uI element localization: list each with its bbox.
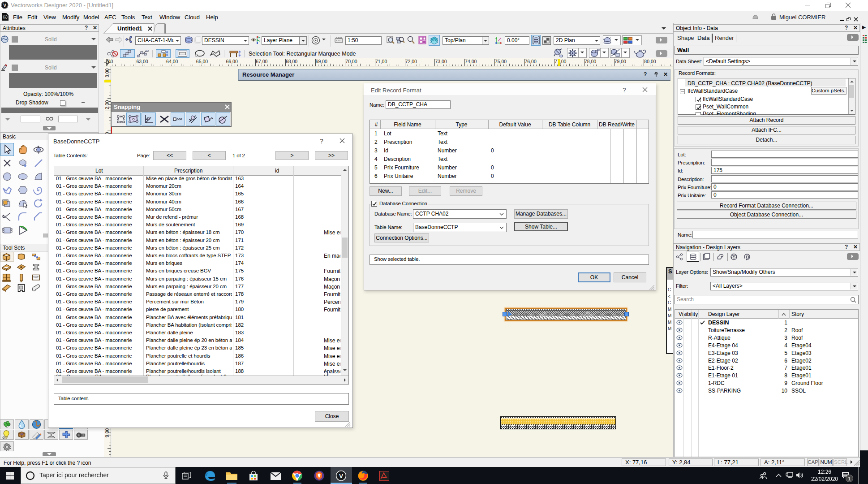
svg-text:V: V: [3, 3, 6, 8]
svg-text:v: v: [4, 16, 6, 19]
svg-text:V: V: [339, 473, 343, 480]
